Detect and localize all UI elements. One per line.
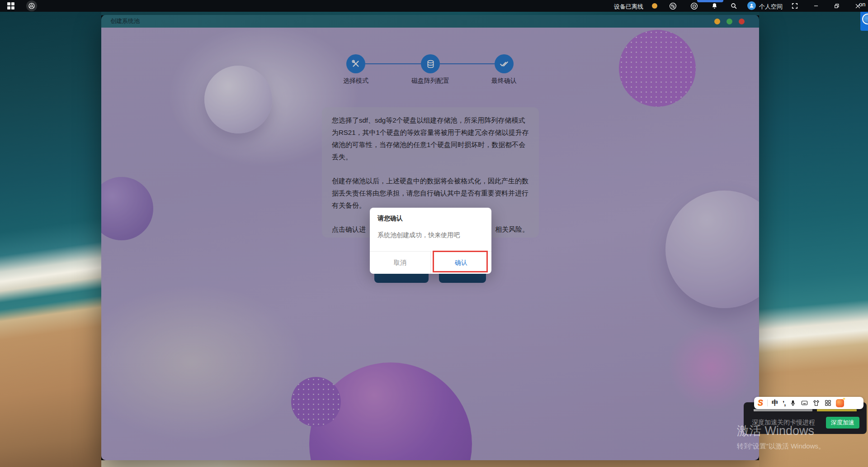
- edge-text-fragment: on: [859, 1, 865, 8]
- minimize-icon[interactable]: [811, 0, 821, 11]
- transfer-icon[interactable]: [667, 0, 678, 11]
- personal-space-label[interactable]: 个人空间: [759, 3, 783, 11]
- maximize-light-button[interactable]: [726, 19, 732, 24]
- watermark-line2: 转到“设置”以激活 Windows。: [737, 442, 825, 451]
- dialog-message: 系统池创建成功，快来使用吧: [377, 231, 460, 239]
- fullscreen-icon[interactable]: [789, 0, 800, 11]
- sogou-logo-icon[interactable]: S: [758, 398, 763, 408]
- start-menu-icon[interactable]: [7, 2, 14, 10]
- ime-emoji-icon[interactable]: ✦: [836, 399, 844, 407]
- watermark-line1: 激活 Windows: [737, 423, 825, 439]
- booster-accelerate-button[interactable]: 深度加速: [826, 417, 859, 429]
- device-status-label: 设备已离线: [614, 3, 643, 11]
- desktop: 设备已离线: [0, 0, 868, 467]
- wallpaper-bottom: [101, 460, 759, 467]
- punctuation-mode-icon[interactable]: ’,: [783, 399, 785, 407]
- minimize-light-button[interactable]: [714, 19, 720, 24]
- window-title: 创建系统池: [110, 17, 140, 25]
- status-dot: [652, 3, 657, 9]
- edge-floating-widget[interactable]: [860, 9, 868, 31]
- ime-divider: [767, 400, 768, 406]
- voice-input-icon[interactable]: [789, 400, 797, 407]
- dialog-title: 请您确认: [377, 214, 403, 223]
- ime-toolbar: S 中 ’, ✦: [754, 397, 863, 409]
- close-light-button[interactable]: [739, 19, 745, 24]
- app-launcher-icon[interactable]: [26, 0, 37, 11]
- dialog-cancel-button[interactable]: 取消: [370, 252, 431, 274]
- search-icon[interactable]: [728, 0, 739, 11]
- edge-widget-logo-icon: [862, 14, 868, 24]
- user-avatar[interactable]: [747, 1, 756, 10]
- confirm-highlight-annotation: [433, 251, 488, 272]
- soft-keyboard-icon[interactable]: [801, 399, 808, 407]
- ime-apps-grid-icon[interactable]: [824, 399, 832, 407]
- create-system-pool-window: 创建系统池: [101, 15, 759, 460]
- taskbar: 设备已离线: [0, 0, 868, 12]
- activate-windows-watermark: 激活 Windows 转到“设置”以激活 Windows。: [737, 423, 825, 451]
- window-titlebar[interactable]: 创建系统池: [101, 15, 759, 28]
- hidden-panel-tab[interactable]: [697, 0, 723, 2]
- ime-language-mode[interactable]: 中: [772, 399, 778, 407]
- maximize-icon[interactable]: [831, 0, 842, 11]
- wallpaper-left: [0, 12, 101, 467]
- skin-icon[interactable]: [812, 399, 820, 407]
